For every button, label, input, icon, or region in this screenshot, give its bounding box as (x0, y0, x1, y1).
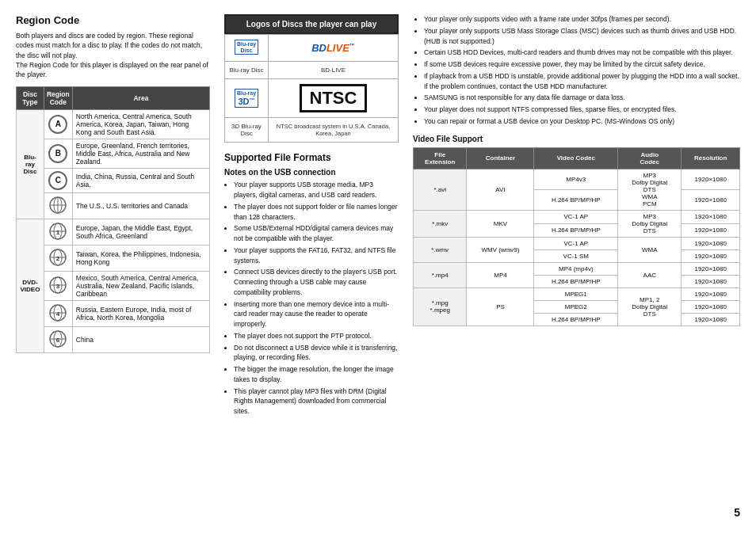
region-3-area: Mexico, South America, Central America, … (72, 271, 209, 300)
supported-title: Supported File Formats (224, 152, 399, 163)
ext-avi: *.avi (414, 169, 467, 210)
res-11: 1920×1080 (682, 313, 740, 326)
ntsc-logo-cell: NTSC (268, 79, 398, 118)
table-row: 3 Mexico, South America, Central America… (17, 271, 210, 300)
container-mp4: MP4 (467, 262, 534, 287)
res-10: 1920×1080 (682, 300, 740, 313)
list-item: Your player only supports video with a f… (424, 14, 740, 25)
region-c-area: India, China, Russia, Central and South … (72, 168, 209, 192)
list-item: Your player does not support NTFS compre… (424, 105, 740, 115)
region-code-title: Region Code (16, 14, 210, 26)
bdlive-logo-cell: BDLIVE™ (268, 35, 398, 62)
codec-h264-mp4: H.264 BP/MP/HP (534, 275, 618, 287)
res-7: 1920×1080 (682, 262, 740, 275)
region-b-icon: B (44, 139, 72, 168)
svg-text:2: 2 (56, 255, 60, 262)
bluray-logo-cell: Blu-rayDisc (225, 35, 269, 62)
col-region-code: RegionCode (44, 86, 72, 109)
list-item: Your player supports USB storage media, … (234, 180, 399, 200)
region-2-icon: 2 (44, 245, 72, 271)
res-1: 1920×1080 (682, 169, 740, 189)
logos-box-title: Logos of Discs the player can play (224, 14, 399, 34)
table-row: C India, China, Russia, Central and Sout… (17, 168, 210, 192)
right-column: Your player only supports video with a f… (413, 14, 740, 500)
container-avi: AVI (467, 169, 534, 210)
right-bullets-list: Your player only supports video with a f… (413, 14, 740, 127)
audio-mp3-dd-dts-mkv: MP3Dolby DigitalDTS (618, 210, 682, 237)
res-6: 1920×1080 (682, 249, 740, 262)
list-item: Do not disconnect a USB device while it … (234, 343, 399, 364)
list-item: Inserting more than one memory device in… (234, 299, 399, 329)
list-item: This player cannot play MP3 files with D… (234, 386, 399, 417)
container-ps: PS (467, 287, 534, 326)
audio-mp12-dd-dts: MP1, 2Dolby DigitalDTS (618, 287, 682, 326)
region-3-icon: 3 (44, 271, 72, 300)
res-3: 1920×1080 (682, 210, 740, 223)
table-row: 4 Russia, Eastern Europe, India, most of… (17, 300, 210, 326)
region-4-area: Russia, Eastern Europe, India, most of A… (72, 300, 209, 326)
audio-aac: AAC (618, 262, 682, 287)
ext-mpg: *.mpg*.mpeg (414, 287, 467, 326)
video-support-title: Video File Support (413, 135, 740, 143)
svg-text:6: 6 (56, 337, 60, 344)
ext-mp4: *.mp4 (414, 262, 467, 287)
codec-vc1ap-wmv: VC-1 AP (534, 237, 618, 249)
blu3d-label: 3D Blu-ray Disc (225, 118, 269, 143)
table-row: *.avi AVI MP4v3 MP3Dolby DigitalDTSWMAPC… (414, 169, 740, 189)
list-item: The player does not support the PTP prot… (234, 331, 399, 341)
ntsc-label: NTSC broadcast system in U.S.A, Canada, … (268, 118, 398, 143)
blu3d-logo-cell: Blu-ray3D™ (225, 79, 269, 118)
region-c-icon: C (44, 168, 72, 192)
list-item: If some USB devices require excessive po… (424, 59, 740, 70)
logos-table: Blu-rayDisc BDLIVE™ Blu-ray Disc BD-LIVE… (224, 34, 399, 143)
table-row: 6 China (17, 326, 210, 352)
bdlive-label: BD-LIVE (268, 62, 398, 79)
usb-title: Notes on the USB connection (224, 168, 399, 177)
svg-text:3: 3 (56, 283, 60, 290)
usb-notes-list: Your player supports USB storage media, … (224, 180, 399, 417)
col-area: Area (72, 86, 209, 109)
list-item: Your player supports the FAT16, FAT32, a… (234, 246, 399, 266)
table-row: B Europe, Greenland, French territories,… (17, 139, 210, 168)
ext-wmv: *.wmv (414, 237, 467, 262)
codec-mpeg2: MPEG2 (534, 300, 618, 313)
table-row: Blu-ray3D™ NTSC (225, 79, 399, 118)
table-row: The U.S., U.S. territories and Canada (17, 192, 210, 219)
res-8: 1920×1080 (682, 275, 740, 287)
audio-mp3-dd-dts: MP3Dolby DigitalDTSWMAPCM (618, 169, 682, 210)
list-item: Certain USB HDD Devices, multi-card read… (424, 48, 740, 58)
region-a-icon: A (44, 109, 72, 139)
region-b-area: Europe, Greenland, French territories, M… (72, 139, 209, 168)
vf-col-codec: Video Codec (534, 147, 618, 169)
codec-mp4v: MP4 (mp4v) (534, 262, 618, 275)
vf-col-audio: AudioCodec (618, 147, 682, 169)
vf-col-container: Container (467, 147, 534, 169)
list-item: SAMSUNG is not responsible for any data … (424, 93, 740, 103)
list-item: You can repair or format a USB device on… (424, 116, 740, 127)
middle-column: Logos of Discs the player can play Blu-r… (224, 14, 399, 500)
res-9: 1920×1080 (682, 287, 740, 300)
region-a-area: North America, Central America, South Am… (72, 109, 209, 139)
list-item: Some USB/External HDD/digital camera dev… (234, 223, 399, 244)
svg-text:4: 4 (56, 310, 60, 318)
codec-h264-ps: H.264 BP/MP/HP (534, 313, 618, 326)
table-row: 3D Blu-ray Disc NTSC broadcast system in… (225, 118, 399, 143)
region-table: DiscType RegionCode Area Blu-rayDisc A N… (16, 86, 210, 353)
container-mkv: MKV (467, 210, 534, 237)
codec-h264-mkv: H.264 BP/MP/HP (534, 223, 618, 237)
region-all-icon (44, 192, 72, 219)
video-file-table: FileExtension Container Video Codec Audi… (413, 147, 740, 326)
list-item: The player does not support folder or fi… (234, 202, 399, 223)
res-2: 1920×1080 (682, 189, 740, 210)
left-column: Region Code Both players and discs are c… (16, 14, 210, 500)
region-5-area: China (72, 326, 209, 352)
region-all-area: The U.S., U.S. territories and Canada (72, 192, 209, 219)
ntsc-logo: NTSC (300, 84, 368, 112)
region-1-icon: 1 (44, 219, 72, 245)
dvd-disc-type: DVD-VIDEO (17, 219, 44, 352)
vf-col-resolution: Resolution (682, 147, 740, 169)
codec-h264-avi: H.264 BP/MP/HP (534, 189, 618, 210)
list-item: Your player only supports USB Mass Stora… (424, 26, 740, 47)
bluray-disc-label: Blu-ray Disc (225, 62, 269, 79)
codec-mp4v3: MP4v3 (534, 169, 618, 189)
